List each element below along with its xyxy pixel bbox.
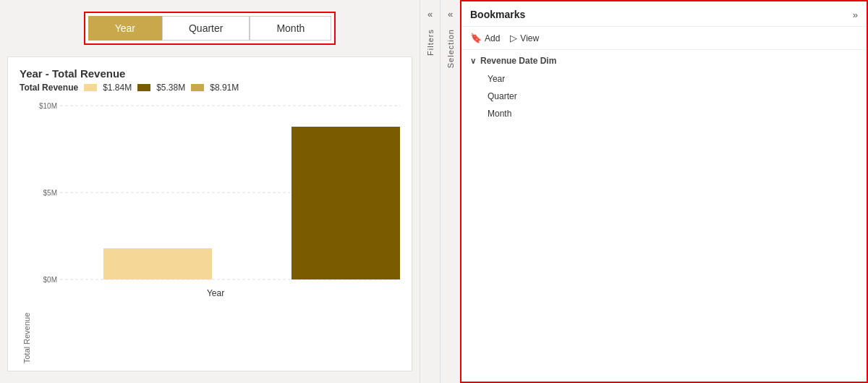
svg-text:$5M: $5M [43,189,57,197]
chart-area: Total Revenue $10M $5M $0M 2023 Nutritio… [20,98,400,363]
bookmark-item-year[interactable]: Year [470,70,858,88]
bookmarks-panel: Bookmarks » 🔖 Add ▷ View ∨ Revenue Date … [460,0,868,383]
y-axis-label: Total Revenue [20,98,31,363]
legend-value-2: $5.38M [156,83,185,93]
add-icon: 🔖 [470,33,482,43]
bar-nutrition[interactable] [103,248,212,279]
bookmark-item-month[interactable]: Month [470,105,858,122]
legend-value-3: $8.91M [210,83,239,93]
filters-label[interactable]: Filters [426,29,435,56]
bookmarks-chevron[interactable]: » [853,9,858,20]
chevron-down-icon: ∨ [470,56,476,66]
legend-swatch-2 [137,84,150,91]
chart-inner: $10M $5M $0M 2023 Nutrition and Food Sup… [31,98,400,363]
bookmarks-add-button[interactable]: 🔖 Add [470,33,500,43]
collapse-right-arrow-btn[interactable]: « [443,6,459,22]
legend-value-1: $1.84M [103,83,132,93]
slicer-box: Year Quarter Month [84,12,336,45]
slicer-container: Year Quarter Month [7,7,412,49]
bookmarks-actions: 🔖 Add ▷ View [461,27,867,50]
legend-swatch-1 [84,84,97,91]
slicer-year-button[interactable]: Year [88,16,162,41]
slicer-quarter-button[interactable]: Quarter [162,16,250,41]
slicer-month-button[interactable]: Month [250,16,331,41]
view-icon: ▷ [510,33,517,43]
chart-card: Year - Total Revenue Total Revenue $1.84… [7,56,412,371]
bookmark-section: ∨ Revenue Date Dim Year Quarter Month [461,50,867,128]
svg-text:$0M: $0M [43,276,57,284]
bar-chart-svg: $10M $5M $0M 2023 Nutrition and Food Sup… [31,98,400,287]
selection-collapse-panel: « Selection [440,0,460,383]
collapse-left-arrow-btn[interactable]: « [422,6,438,22]
chart-title: Year - Total Revenue [20,67,400,80]
main-area: Year Quarter Month Year - Total Revenue … [0,0,420,383]
legend-swatch-3 [191,84,204,91]
legend-label: Total Revenue [20,83,78,93]
add-label: Add [485,33,500,43]
svg-text:$10M: $10M [39,102,57,110]
filters-collapse-panel: « Filters [420,0,440,383]
view-label: View [520,33,539,43]
selection-label[interactable]: Selection [446,29,455,68]
legend-row: Total Revenue $1.84M $5.38M $8.91M [20,83,400,93]
bookmarks-view-button[interactable]: ▷ View [510,33,539,43]
bar-sports-equipment[interactable] [292,127,400,279]
x-axis-label: Year [31,288,400,298]
bookmarks-header: Bookmarks » [461,1,867,27]
bookmark-item-quarter[interactable]: Quarter [470,88,858,105]
bookmark-section-header[interactable]: ∨ Revenue Date Dim [470,56,858,66]
bookmark-section-title: Revenue Date Dim [480,56,556,66]
bookmarks-title: Bookmarks [470,9,525,20]
